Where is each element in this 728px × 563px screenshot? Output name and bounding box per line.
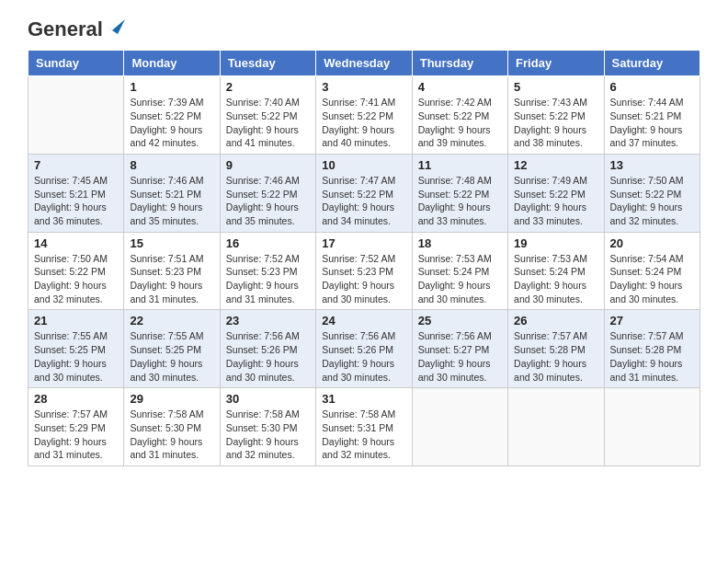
day-info: Sunrise: 7:58 AMSunset: 5:30 PMDaylight:…: [226, 408, 310, 462]
logo-general-text: General: [28, 17, 103, 40]
logo-bird-icon: [105, 17, 125, 38]
day-info: Sunrise: 7:52 AMSunset: 5:23 PMDaylight:…: [322, 252, 405, 306]
day-number: 19: [514, 236, 597, 250]
day-number: 29: [130, 392, 213, 406]
svg-marker-0: [112, 19, 125, 34]
calendar-cell: 14Sunrise: 7:50 AMSunset: 5:22 PMDayligh…: [28, 232, 124, 310]
day-number: 13: [610, 158, 694, 172]
day-info: Sunrise: 7:46 AMSunset: 5:21 PMDaylight:…: [130, 174, 213, 228]
calendar-cell: [508, 388, 604, 466]
day-info: Sunrise: 7:42 AMSunset: 5:22 PMDaylight:…: [418, 96, 502, 150]
calendar-cell: 17Sunrise: 7:52 AMSunset: 5:23 PMDayligh…: [316, 232, 412, 310]
day-info: Sunrise: 7:56 AMSunset: 5:26 PMDaylight:…: [322, 329, 405, 384]
calendar-cell: 13Sunrise: 7:50 AMSunset: 5:22 PMDayligh…: [604, 154, 700, 232]
calendar-cell: 12Sunrise: 7:49 AMSunset: 5:22 PMDayligh…: [508, 154, 604, 232]
calendar-cell: 8Sunrise: 7:46 AMSunset: 5:21 PMDaylight…: [124, 154, 220, 232]
calendar-cell: 18Sunrise: 7:53 AMSunset: 5:24 PMDayligh…: [412, 232, 507, 310]
day-info: Sunrise: 7:46 AMSunset: 5:22 PMDaylight:…: [226, 174, 310, 228]
day-number: 1: [130, 80, 213, 94]
day-number: 16: [226, 236, 310, 250]
day-info: Sunrise: 7:52 AMSunset: 5:23 PMDaylight:…: [226, 252, 310, 306]
calendar-cell: [604, 388, 700, 466]
day-number: 7: [34, 158, 118, 172]
day-info: Sunrise: 7:56 AMSunset: 5:27 PMDaylight:…: [418, 329, 502, 384]
calendar-cell: 16Sunrise: 7:52 AMSunset: 5:23 PMDayligh…: [220, 232, 315, 310]
day-info: Sunrise: 7:56 AMSunset: 5:26 PMDaylight:…: [226, 329, 310, 384]
calendar-table: SundayMondayTuesdayWednesdayThursdayFrid…: [28, 50, 700, 466]
calendar-cell: 11Sunrise: 7:48 AMSunset: 5:22 PMDayligh…: [412, 154, 507, 232]
day-of-week-header: Friday: [508, 51, 604, 76]
day-of-week-header: Monday: [124, 51, 220, 76]
day-number: 27: [610, 314, 694, 327]
calendar-cell: 20Sunrise: 7:54 AMSunset: 5:24 PMDayligh…: [604, 232, 700, 310]
day-of-week-header: Sunday: [28, 51, 124, 76]
calendar-cell: [412, 388, 507, 466]
calendar-cell: 27Sunrise: 7:57 AMSunset: 5:28 PMDayligh…: [604, 310, 700, 388]
calendar-week-row: 28Sunrise: 7:57 AMSunset: 5:29 PMDayligh…: [28, 388, 700, 466]
day-info: Sunrise: 7:39 AMSunset: 5:22 PMDaylight:…: [130, 96, 213, 150]
calendar-cell: 22Sunrise: 7:55 AMSunset: 5:25 PMDayligh…: [124, 310, 220, 388]
day-number: 30: [226, 392, 310, 406]
day-number: 11: [418, 158, 502, 172]
day-info: Sunrise: 7:48 AMSunset: 5:22 PMDaylight:…: [418, 174, 502, 228]
day-info: Sunrise: 7:40 AMSunset: 5:22 PMDaylight:…: [226, 96, 310, 150]
calendar-week-row: 1Sunrise: 7:39 AMSunset: 5:22 PMDaylight…: [28, 76, 700, 155]
day-info: Sunrise: 7:49 AMSunset: 5:22 PMDaylight:…: [514, 174, 597, 228]
day-number: 6: [610, 80, 694, 94]
day-info: Sunrise: 7:54 AMSunset: 5:24 PMDaylight:…: [610, 252, 694, 306]
calendar-cell: 7Sunrise: 7:45 AMSunset: 5:21 PMDaylight…: [28, 154, 124, 232]
day-info: Sunrise: 7:55 AMSunset: 5:25 PMDaylight:…: [130, 329, 213, 384]
day-info: Sunrise: 7:58 AMSunset: 5:30 PMDaylight:…: [130, 408, 213, 462]
day-number: 17: [322, 236, 405, 250]
day-number: 9: [226, 158, 310, 172]
page-header: General: [28, 18, 700, 40]
day-info: Sunrise: 7:44 AMSunset: 5:21 PMDaylight:…: [610, 96, 694, 150]
day-info: Sunrise: 7:55 AMSunset: 5:25 PMDaylight:…: [34, 329, 118, 384]
day-info: Sunrise: 7:51 AMSunset: 5:23 PMDaylight:…: [130, 252, 213, 306]
day-of-week-header: Saturday: [604, 51, 700, 76]
day-info: Sunrise: 7:57 AMSunset: 5:29 PMDaylight:…: [34, 408, 118, 462]
calendar-cell: 24Sunrise: 7:56 AMSunset: 5:26 PMDayligh…: [316, 310, 412, 388]
day-info: Sunrise: 7:53 AMSunset: 5:24 PMDaylight:…: [418, 252, 502, 306]
calendar-cell: 10Sunrise: 7:47 AMSunset: 5:22 PMDayligh…: [316, 154, 412, 232]
day-info: Sunrise: 7:41 AMSunset: 5:22 PMDaylight:…: [322, 96, 405, 150]
day-info: Sunrise: 7:45 AMSunset: 5:21 PMDaylight:…: [34, 174, 118, 228]
calendar-cell: 9Sunrise: 7:46 AMSunset: 5:22 PMDaylight…: [220, 154, 315, 232]
calendar-cell: 6Sunrise: 7:44 AMSunset: 5:21 PMDaylight…: [604, 76, 700, 155]
day-number: 21: [34, 314, 118, 327]
day-number: 15: [130, 236, 213, 250]
day-info: Sunrise: 7:57 AMSunset: 5:28 PMDaylight:…: [514, 329, 597, 384]
day-info: Sunrise: 7:43 AMSunset: 5:22 PMDaylight:…: [514, 96, 597, 150]
calendar-cell: 23Sunrise: 7:56 AMSunset: 5:26 PMDayligh…: [220, 310, 315, 388]
calendar-week-row: 14Sunrise: 7:50 AMSunset: 5:22 PMDayligh…: [28, 232, 700, 310]
day-number: 25: [418, 314, 502, 327]
calendar-cell: 3Sunrise: 7:41 AMSunset: 5:22 PMDaylight…: [316, 76, 412, 155]
logo: General: [28, 18, 125, 40]
day-number: 28: [34, 392, 118, 406]
day-info: Sunrise: 7:47 AMSunset: 5:22 PMDaylight:…: [322, 174, 405, 228]
calendar-cell: 5Sunrise: 7:43 AMSunset: 5:22 PMDaylight…: [508, 76, 604, 155]
calendar-cell: 1Sunrise: 7:39 AMSunset: 5:22 PMDaylight…: [124, 76, 220, 155]
calendar-cell: 29Sunrise: 7:58 AMSunset: 5:30 PMDayligh…: [124, 388, 220, 466]
day-number: 22: [130, 314, 213, 327]
calendar-cell: 21Sunrise: 7:55 AMSunset: 5:25 PMDayligh…: [28, 310, 124, 388]
day-of-week-header: Tuesday: [220, 51, 315, 76]
day-number: 20: [610, 236, 694, 250]
day-number: 2: [226, 80, 310, 94]
day-number: 12: [514, 158, 597, 172]
day-number: 5: [514, 80, 597, 94]
day-number: 26: [514, 314, 597, 327]
day-info: Sunrise: 7:57 AMSunset: 5:28 PMDaylight:…: [610, 329, 694, 384]
day-number: 18: [418, 236, 502, 250]
calendar-cell: 31Sunrise: 7:58 AMSunset: 5:31 PMDayligh…: [316, 388, 412, 466]
day-info: Sunrise: 7:53 AMSunset: 5:24 PMDaylight:…: [514, 252, 597, 306]
calendar-cell: 26Sunrise: 7:57 AMSunset: 5:28 PMDayligh…: [508, 310, 604, 388]
day-of-week-header: Thursday: [412, 51, 507, 76]
day-info: Sunrise: 7:50 AMSunset: 5:22 PMDaylight:…: [610, 174, 694, 228]
calendar-cell: 30Sunrise: 7:58 AMSunset: 5:30 PMDayligh…: [220, 388, 315, 466]
calendar-cell: 15Sunrise: 7:51 AMSunset: 5:23 PMDayligh…: [124, 232, 220, 310]
day-number: 23: [226, 314, 310, 327]
calendar-cell: [28, 76, 124, 155]
calendar-cell: 19Sunrise: 7:53 AMSunset: 5:24 PMDayligh…: [508, 232, 604, 310]
calendar-week-row: 7Sunrise: 7:45 AMSunset: 5:21 PMDaylight…: [28, 154, 700, 232]
